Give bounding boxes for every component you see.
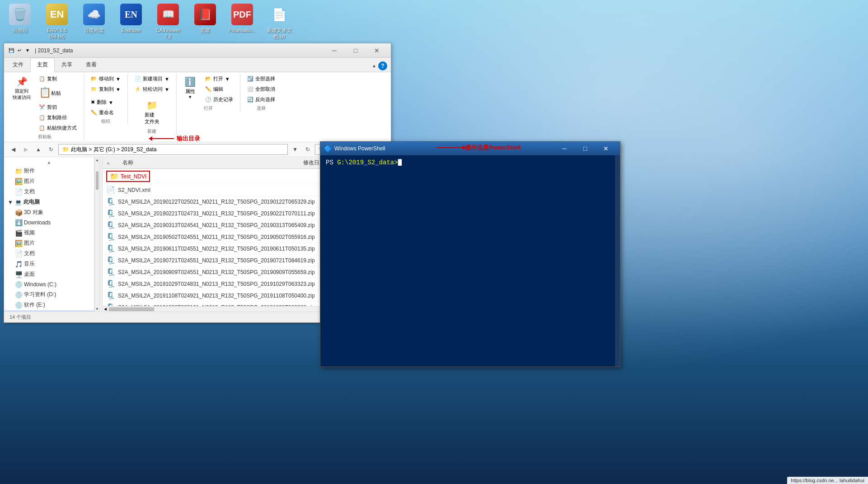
pin-to-quick-access-button[interactable]: 📌 固定到快速访问	[9, 74, 34, 103]
ps-close-button[interactable]: ✕	[596, 142, 616, 155]
forward-button[interactable]: ▶	[20, 144, 31, 155]
url-bar: https://blog.csdn.ne... lahuilidahui	[787, 477, 868, 484]
paste-button[interactable]: 📋 粘贴	[36, 84, 80, 102]
ps-space	[333, 159, 337, 166]
deselect-all-button[interactable]: ⬜ 全部取消	[244, 84, 278, 94]
ribbon-toolbar: 📌 固定到快速访问 📋 复制 📋 粘贴 ✂️	[4, 72, 391, 142]
desktop-icon-caj[interactable]: 📖 CAJViewer 7.2	[152, 4, 184, 40]
path-dropdown-button[interactable]: ▼	[290, 144, 300, 155]
sidebar-item-docs[interactable]: 📄 文档	[4, 186, 94, 197]
select-all-icon: ☑️	[247, 76, 253, 82]
help-button[interactable]: ?	[378, 61, 387, 70]
desktop-icon-recycle-bin[interactable]: 🗑️ 回收站	[4, 4, 36, 33]
quick-dropdown-icon[interactable]: ▼	[24, 47, 31, 54]
new-folder-icon: 📁	[146, 100, 158, 111]
sidebar-scroll-up-arrow[interactable]: ▲	[95, 157, 99, 163]
ps-content[interactable]: PS G:\2019_S2_data> █	[320, 155, 615, 367]
sidebar-this-pc[interactable]: ▼ 💻 此电脑	[4, 197, 94, 207]
new-item-button[interactable]: 📄 新建项目 ▼	[131, 74, 173, 84]
copy-to-button[interactable]: 📁 复制到 ▼	[88, 84, 124, 94]
sidebar-item-3d[interactable]: 📦 3D 对象	[4, 207, 94, 218]
sidebar-scrollbar[interactable]: ▲ ▼	[94, 157, 100, 312]
paste-shortcut-button[interactable]: 📋 粘贴快捷方式	[36, 123, 80, 133]
ribbon-collapse-icon[interactable]: ▲	[372, 63, 376, 68]
history-button[interactable]: 🕐 历史记录	[202, 95, 236, 104]
organize-label: 组织	[101, 118, 110, 125]
up-button[interactable]: ▲	[33, 144, 44, 155]
tab-share[interactable]: 共享	[55, 58, 79, 72]
this-pc-label: 此电脑	[23, 198, 40, 206]
sidebar-item-pictures[interactable]: 🖼️ 图片	[4, 176, 94, 186]
sidebar-item-pictures2[interactable]: 🖼️ 图片	[4, 238, 94, 248]
sidebar-scroll-up[interactable]: ▲	[4, 159, 94, 166]
zip-icon-3: 🗜️	[106, 233, 115, 241]
e-drive-icon: 💿	[15, 302, 22, 309]
sidebar-item-downloads[interactable]: ⬇️ Downloads	[4, 218, 94, 228]
select-all-button[interactable]: ☑️ 全部选择	[244, 74, 278, 84]
move-to-button[interactable]: 📂 移动到 ▼	[88, 74, 124, 84]
sidebar-item-music[interactable]: 🎵 音乐	[4, 259, 94, 269]
copy-path-label: 复制路径	[47, 114, 67, 121]
header-col-name[interactable]: 名称	[119, 157, 300, 168]
desktop-icon-newdoc[interactable]: 📄 新建文本文 档.txt	[263, 4, 296, 40]
back-button[interactable]: ◀	[8, 144, 19, 155]
sidebar-item-attachments[interactable]: 📁 附件	[4, 166, 94, 176]
h-scroll-left[interactable]: ◀	[103, 307, 108, 312]
maximize-button[interactable]: □	[345, 44, 366, 57]
sidebar-item-c-drive[interactable]: 💿 Windows (C:)	[4, 279, 94, 289]
properties-icon: ℹ️	[184, 76, 196, 87]
properties-button[interactable]: ℹ️ 属性 ▼	[180, 74, 200, 102]
invert-selection-button[interactable]: 🔄 反向选择	[244, 95, 278, 104]
ps-scrollbar[interactable]	[615, 155, 620, 367]
edit-button[interactable]: ✏️ 编辑	[202, 84, 236, 94]
recycle-bin-label: 回收站	[13, 27, 28, 33]
quick-save-icon[interactable]: 💾	[8, 47, 15, 54]
ps-prompt-line: PS G:\2019_S2_data> █	[326, 159, 609, 166]
path-refresh-button[interactable]: ↻	[302, 144, 313, 155]
minimize-button[interactable]: ─	[324, 44, 345, 57]
desktop-icon-dangjian[interactable]: 📕 党建	[189, 4, 221, 33]
rename-label: 重命名	[99, 109, 114, 116]
desktop-icon-baidu[interactable]: ☁️ 百度网盘	[78, 4, 110, 33]
copyto-icon: 📁	[91, 86, 97, 92]
tab-view[interactable]: 查看	[79, 58, 103, 72]
pin-icon: 📌	[16, 76, 28, 87]
desktop-icon-envi[interactable]: EN ENVI 5.5 (64-bit)	[41, 4, 73, 40]
desktop-icon-polar[interactable]: PDF Polarisatio...	[226, 4, 258, 33]
sidebar-scroll-down-arrow[interactable]: ▼	[95, 306, 99, 312]
new-folder-button[interactable]: 📁 新建文件夹	[138, 98, 165, 127]
close-button[interactable]: ✕	[366, 44, 387, 57]
zip-icon-5: 🗜️	[106, 256, 115, 265]
open-button[interactable]: 📂 打开 ▼	[202, 74, 236, 84]
sidebar-label-docs: 文档	[24, 188, 35, 195]
tab-file[interactable]: 文件	[6, 58, 30, 72]
ps-minimize-button[interactable]: ─	[554, 142, 575, 155]
caj-label: CAJViewer 7.2	[156, 27, 180, 40]
sidebar-item-e-drive[interactable]: 💿 软件 (E:)	[4, 300, 94, 310]
tab-home[interactable]: 主页	[30, 58, 55, 72]
quick-undo-icon[interactable]: ↩	[16, 47, 23, 54]
easy-access-button[interactable]: ⚡ 轻松访问 ▼	[131, 84, 173, 94]
sidebar-item-desktop[interactable]: 🖥️ 桌面	[4, 269, 94, 279]
sidebar-item-d-drive[interactable]: 💿 学习资料 (D:)	[4, 289, 94, 300]
address-path-input[interactable]: 📁 此电脑 > 其它 (G:) > 2019_S2_data	[58, 144, 288, 155]
h-scroll-thumb[interactable]	[109, 307, 154, 311]
invert-icon: 🔄	[247, 97, 253, 102]
delete-button[interactable]: ✖ 删除 ▼	[88, 98, 124, 107]
cut-label: 剪切	[47, 104, 57, 111]
easy-access-label: 轻松访问	[143, 86, 163, 93]
easy-access-icon: ⚡	[135, 86, 141, 92]
polar-label: Polarisatio...	[229, 27, 256, 33]
sidebar-desktop-label: 桌面	[24, 270, 35, 278]
sidebar-scroll-thumb[interactable]	[96, 172, 99, 190]
powershell-window: 🔷 Windows PowerShell ─ □ ✕ 提示这是PowerShel…	[320, 141, 620, 367]
copy-path-button[interactable]: 📋 复制路径	[36, 113, 80, 122]
sidebar-item-videos[interactable]: 🎬 视频	[4, 228, 94, 238]
cut-button[interactable]: ✂️ 剪切	[36, 102, 80, 112]
rename-button[interactable]: ✏️ 重命名	[88, 108, 124, 117]
desktop-icon-endnote[interactable]: EN EndNote	[115, 4, 147, 33]
sidebar-item-documents[interactable]: 📄 文档	[4, 248, 94, 259]
refresh-button[interactable]: ↻	[46, 144, 56, 155]
copy-button[interactable]: 📋 复制	[36, 74, 80, 84]
ps-maximize-button[interactable]: □	[575, 142, 596, 155]
